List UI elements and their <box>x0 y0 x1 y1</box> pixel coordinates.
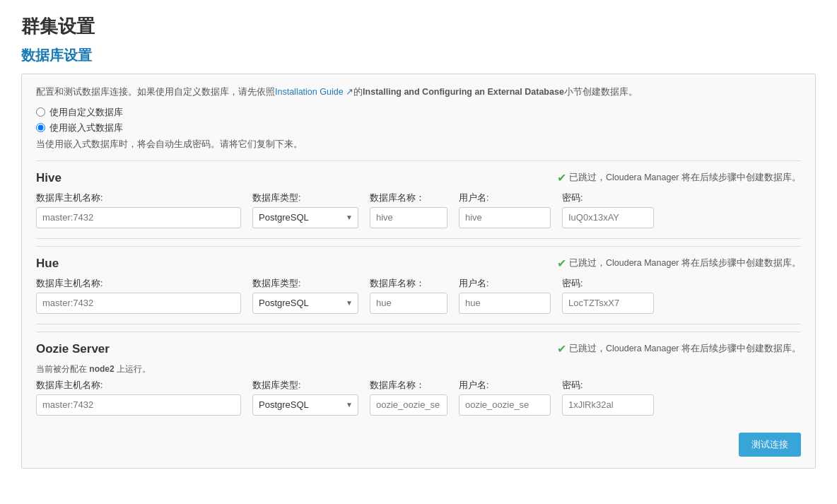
service-title-1: Hue <box>36 257 59 271</box>
field-group-host-input-2 <box>36 394 241 416</box>
dbname-input-0[interactable] <box>370 207 447 228</box>
field-label-type-0: 数据库类型: <box>252 192 358 204</box>
host-input-1[interactable] <box>36 293 241 314</box>
type-select-1[interactable]: PostgreSQLMySQLOracle <box>252 293 358 314</box>
field-group-password-input-0 <box>562 207 654 228</box>
service-status-2: ✔已跳过，Cloudera Manager 将在后续步骤中创建数据库。 <box>557 342 801 356</box>
bottom-bar: 测试连接 <box>36 423 801 457</box>
radio-custom-text: 使用自定义数据库 <box>49 106 123 119</box>
field-group-dbname-input-0 <box>370 207 447 228</box>
divider-1 <box>36 324 801 324</box>
service-status-0: ✔已跳过，Cloudera Manager 将在后续步骤中创建数据库。 <box>557 171 801 184</box>
radio-embedded-label[interactable]: 使用嵌入式数据库 <box>36 122 801 134</box>
service-header-1: Hue✔已跳过，Cloudera Manager 将在后续步骤中创建数据库。 <box>36 257 801 271</box>
service-section-hue: Hue✔已跳过，Cloudera Manager 将在后续步骤中创建数据库。数据… <box>36 246 801 332</box>
password-input-0[interactable] <box>562 207 654 228</box>
checkmark-icon-0: ✔ <box>557 171 566 184</box>
field-group-password-1: 密码: <box>562 278 654 290</box>
field-input-row-1: PostgreSQLMySQLOracle▼ <box>36 293 801 314</box>
host-input-0[interactable] <box>36 207 241 228</box>
embedded-note: 当使用嵌入式数据库时，将会自动生成密码。请将它们复制下来。 <box>36 139 801 161</box>
field-group-password-input-2 <box>562 394 654 416</box>
username-input-2[interactable] <box>459 394 551 416</box>
field-group-type-input-2: PostgreSQLMySQLOracle▼ <box>252 394 358 416</box>
field-group-type-0: 数据库类型: <box>252 192 358 204</box>
info-text-prefix: 配置和测试数据库连接。如果使用自定义数据库，请先依照 <box>36 87 275 97</box>
service-subnote-2: 当前被分配在 node2 上运行。 <box>36 363 801 375</box>
field-label-row-1: 数据库主机名称:数据库类型:数据库名称：用户名:密码: <box>36 278 801 290</box>
field-group-dbname-input-2 <box>370 394 447 416</box>
field-group-host-0: 数据库主机名称: <box>36 192 241 204</box>
field-group-dbname-1: 数据库名称： <box>370 278 447 290</box>
service-header-0: Hive✔已跳过，Cloudera Manager 将在后续步骤中创建数据库。 <box>36 171 801 185</box>
checkmark-icon-2: ✔ <box>557 342 566 356</box>
service-title-0: Hive <box>36 171 62 185</box>
field-group-username-0: 用户名: <box>459 192 551 204</box>
info-text-mid: 的 <box>353 87 363 97</box>
username-input-1[interactable] <box>459 293 551 314</box>
field-group-password-0: 密码: <box>562 192 654 204</box>
field-group-username-input-2 <box>459 394 551 416</box>
field-label-dbname-1: 数据库名称： <box>370 278 447 290</box>
field-group-username-1: 用户名: <box>459 278 551 290</box>
main-card: 配置和测试数据库连接。如果使用自定义数据库，请先依照Installation G… <box>21 74 816 469</box>
field-group-type-input-1: PostgreSQLMySQLOracle▼ <box>252 293 358 314</box>
field-group-dbname-0: 数据库名称： <box>370 192 447 204</box>
field-group-type-1: 数据库类型: <box>252 278 358 290</box>
field-label-host-1: 数据库主机名称: <box>36 278 241 290</box>
field-group-host-input-1 <box>36 293 241 314</box>
field-label-username-2: 用户名: <box>459 380 551 392</box>
radio-embedded-text: 使用嵌入式数据库 <box>49 122 123 134</box>
field-group-password-2: 密码: <box>562 380 654 392</box>
service-status-text-0: 已跳过，Cloudera Manager 将在后续步骤中创建数据库。 <box>569 172 801 184</box>
field-group-host-input-0 <box>36 207 241 228</box>
field-label-password-2: 密码: <box>562 380 654 392</box>
type-select-0[interactable]: PostgreSQLMySQLOracle <box>252 207 358 228</box>
service-header-2: Oozie Server✔已跳过，Cloudera Manager 将在后续步骤… <box>36 342 801 356</box>
service-section-oozie-server: Oozie Server✔已跳过，Cloudera Manager 将在后续步骤… <box>36 332 801 423</box>
field-label-type-1: 数据库类型: <box>252 278 358 290</box>
field-input-row-0: PostgreSQLMySQLOracle▼ <box>36 207 801 228</box>
field-input-row-2: PostgreSQLMySQLOracle▼ <box>36 394 801 416</box>
field-label-row-0: 数据库主机名称:数据库类型:数据库名称：用户名:密码: <box>36 192 801 204</box>
divider-0 <box>36 238 801 239</box>
radio-embedded[interactable] <box>36 123 45 132</box>
field-label-type-2: 数据库类型: <box>252 380 358 392</box>
services-container: Hive✔已跳过，Cloudera Manager 将在后续步骤中创建数据库。数… <box>36 161 801 423</box>
field-label-password-0: 密码: <box>562 192 654 204</box>
field-group-dbname-2: 数据库名称： <box>370 380 447 392</box>
field-group-password-input-1 <box>562 293 654 314</box>
password-input-2[interactable] <box>562 394 654 416</box>
host-input-2[interactable] <box>36 394 241 416</box>
field-group-username-input-1 <box>459 293 551 314</box>
field-label-username-0: 用户名: <box>459 192 551 204</box>
username-input-0[interactable] <box>459 207 551 228</box>
type-select-2[interactable]: PostgreSQLMySQLOracle <box>252 394 358 416</box>
field-label-username-1: 用户名: <box>459 278 551 290</box>
page-title: 群集设置 <box>21 14 816 39</box>
field-group-type-input-0: PostgreSQLMySQLOracle▼ <box>252 207 358 228</box>
dbname-input-1[interactable] <box>370 293 447 314</box>
installation-guide-link[interactable]: Installation Guide ↗ <box>275 87 353 97</box>
field-group-host-2: 数据库主机名称: <box>36 380 241 392</box>
dbname-input-2[interactable] <box>370 394 447 416</box>
service-section-hive: Hive✔已跳过，Cloudera Manager 将在后续步骤中创建数据库。数… <box>36 161 801 246</box>
field-group-dbname-input-1 <box>370 293 447 314</box>
section-title: 数据库设置 <box>21 46 816 65</box>
service-status-text-1: 已跳过，Cloudera Manager 将在后续步骤中创建数据库。 <box>569 257 801 269</box>
field-label-password-1: 密码: <box>562 278 654 290</box>
field-group-type-2: 数据库类型: <box>252 380 358 392</box>
field-group-host-1: 数据库主机名称: <box>36 278 241 290</box>
field-label-row-2: 数据库主机名称:数据库类型:数据库名称：用户名:密码: <box>36 380 801 392</box>
radio-custom[interactable] <box>36 107 45 117</box>
service-status-text-2: 已跳过，Cloudera Manager 将在后续步骤中创建数据库。 <box>569 343 801 355</box>
test-connection-button[interactable]: 测试连接 <box>739 433 801 457</box>
field-label-dbname-2: 数据库名称： <box>370 380 447 392</box>
field-group-username-input-0 <box>459 207 551 228</box>
field-label-host-2: 数据库主机名称: <box>36 380 241 392</box>
checkmark-icon-1: ✔ <box>557 257 566 270</box>
password-input-1[interactable] <box>562 293 654 314</box>
radio-custom-label[interactable]: 使用自定义数据库 <box>36 106 801 119</box>
field-group-username-2: 用户名: <box>459 380 551 392</box>
field-label-dbname-0: 数据库名称： <box>370 192 447 204</box>
